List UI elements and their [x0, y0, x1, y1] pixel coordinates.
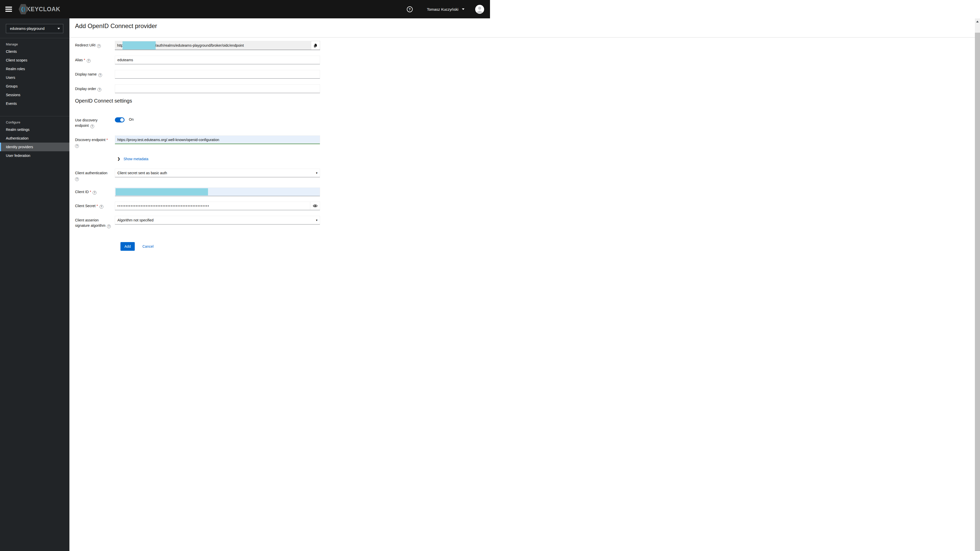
- sidebar-item-realm-settings[interactable]: Realm settings: [0, 125, 69, 134]
- alias-label: Alias: [75, 58, 83, 62]
- client-assertion-label-line1: Client asserion: [75, 218, 99, 222]
- main-content: Add OpenID Connect provider Redirect URI…: [69, 18, 490, 275]
- display-name-label: Display name: [75, 72, 97, 76]
- client-secret-field: ••••••••••••••••••••••••••••••••••••••••…: [115, 202, 320, 210]
- client-secret-label: Client Secret: [75, 204, 95, 208]
- client-assertion-alg-select[interactable]: Algorithm not specified ▾: [115, 216, 320, 224]
- nav-group-configure: Configure: [0, 116, 69, 125]
- discovery-endpoint-row: Discovery endpoint* ? https://proxy.test…: [75, 135, 320, 148]
- divider: [69, 37, 490, 38]
- chevron-right-icon[interactable]: ❯: [118, 157, 120, 161]
- use-discovery-label-line1: Use discovery: [75, 118, 97, 122]
- client-assertion-alg-row: Client asserion signature algorithm? Alg…: [75, 216, 320, 228]
- required-marker: *: [107, 138, 108, 142]
- help-icon[interactable]: ?: [97, 88, 101, 92]
- sidebar-item-user-federation[interactable]: User federation: [0, 151, 69, 160]
- client-secret-input[interactable]: ••••••••••••••••••••••••••••••••••••••••…: [115, 202, 310, 210]
- help-icon[interactable]: ?: [90, 124, 94, 128]
- help-icon[interactable]: ?: [407, 6, 413, 12]
- display-order-row: Display order?: [75, 84, 320, 93]
- sidebar: eduteams-playground Manage Clients Clien…: [0, 18, 69, 275]
- display-order-label: Display order: [75, 87, 96, 91]
- discovery-endpoint-label: Discovery endpoint: [75, 138, 105, 142]
- copy-icon: [313, 43, 318, 48]
- keycloak-logo: ⟨⟩ KEYCLOAK: [19, 4, 60, 14]
- avatar[interactable]: [475, 5, 484, 14]
- show-metadata-link[interactable]: Show metadata: [124, 157, 148, 161]
- show-password-button[interactable]: [310, 202, 320, 210]
- realm-selector-value: eduteams-playground: [10, 27, 57, 30]
- client-id-label: Client ID: [75, 190, 89, 194]
- client-authentication-row: Client authentication ? Client secret se…: [75, 168, 320, 181]
- display-order-input[interactable]: [115, 84, 320, 93]
- sidebar-item-events[interactable]: Events: [0, 99, 69, 108]
- cancel-link[interactable]: Cancel: [142, 242, 154, 251]
- help-icon[interactable]: ?: [97, 44, 101, 48]
- help-icon[interactable]: ?: [75, 144, 79, 148]
- help-icon[interactable]: ?: [93, 191, 97, 195]
- required-marker: *: [84, 58, 85, 62]
- required-marker: *: [90, 190, 91, 194]
- client-assertion-label-line2: signature algorithm: [75, 224, 105, 227]
- form-actions: Add Cancel: [121, 242, 154, 251]
- discovery-endpoint-input[interactable]: https://proxy.test.eduteams.org/.well-kn…: [115, 135, 320, 144]
- show-metadata-row: ❯ Show metadata: [118, 157, 148, 161]
- brand-text: KEYCLOAK: [26, 6, 60, 13]
- section-heading-row: OpenID Connect settings: [75, 98, 132, 104]
- copy-button[interactable]: [311, 41, 320, 50]
- client-id-input[interactable]: [115, 187, 320, 196]
- display-name-input[interactable]: [115, 70, 320, 79]
- sidebar-item-sessions[interactable]: Sessions: [0, 91, 69, 99]
- client-id-row: Client ID*?: [75, 187, 320, 196]
- nav-group-manage: Manage: [0, 38, 69, 47]
- sidebar-item-client-scopes[interactable]: Client scopes: [0, 56, 69, 65]
- chevron-down-icon: [57, 28, 60, 29]
- use-discovery-toggle[interactable]: [115, 118, 124, 122]
- sidebar-item-users[interactable]: Users: [0, 73, 69, 82]
- redaction-overlay: [116, 188, 208, 195]
- menu-toggle-icon[interactable]: [5, 6, 12, 12]
- user-name: Tomasz Kuczyński: [427, 7, 458, 11]
- sidebar-item-realm-roles[interactable]: Realm roles: [0, 65, 69, 73]
- page-title: Add OpenID Connect provider: [75, 22, 157, 30]
- client-authentication-select[interactable]: Client secret sent as basic auth ▾: [115, 168, 320, 177]
- sidebar-item-identity-providers[interactable]: Identity providers: [0, 143, 69, 151]
- help-icon[interactable]: ?: [100, 205, 103, 209]
- eye-icon: [313, 204, 318, 208]
- chevron-down-icon: ▾: [316, 171, 318, 175]
- sidebar-item-authentication[interactable]: Authentication: [0, 134, 69, 143]
- client-secret-row: Client Secret*? ••••••••••••••••••••••••…: [75, 202, 320, 210]
- sidebar-item-clients[interactable]: Clients: [0, 47, 69, 56]
- toggle-state-label: On: [129, 118, 134, 121]
- client-authentication-label: Client authentication: [75, 171, 107, 175]
- chevron-down-icon: [462, 8, 465, 10]
- use-discovery-label-line2: endpoint: [75, 124, 89, 127]
- add-button[interactable]: Add: [121, 242, 135, 251]
- help-icon[interactable]: ?: [75, 177, 79, 181]
- alias-row: Alias*? eduteams: [75, 56, 320, 64]
- help-icon[interactable]: ?: [107, 224, 111, 228]
- redaction-overlay: [123, 41, 156, 49]
- user-menu[interactable]: Tomasz Kuczyński: [427, 7, 465, 11]
- section-heading: OpenID Connect settings: [75, 98, 132, 104]
- required-marker: *: [97, 204, 98, 208]
- sidebar-item-groups[interactable]: Groups: [0, 82, 69, 91]
- avatar-icon: [475, 5, 484, 14]
- alias-input[interactable]: eduteams: [115, 56, 320, 64]
- realm-selector[interactable]: eduteams-playground: [6, 24, 63, 33]
- redirect-uri-field: http/auth/realms/eduteams-playground/bro…: [115, 41, 320, 50]
- masthead: ⟨⟩ KEYCLOAK ? Tomasz Kuczyński: [0, 0, 490, 18]
- display-name-row: Display name?: [75, 70, 320, 79]
- help-icon[interactable]: ?: [87, 59, 91, 63]
- redirect-uri-row: Redirect URI? http/auth/realms/eduteams-…: [75, 41, 320, 50]
- redirect-uri-label: Redirect URI: [75, 43, 95, 47]
- help-icon[interactable]: ?: [98, 73, 102, 77]
- chevron-down-icon: ▾: [316, 218, 318, 222]
- use-discovery-row: Use discovery endpoint? On: [75, 116, 320, 128]
